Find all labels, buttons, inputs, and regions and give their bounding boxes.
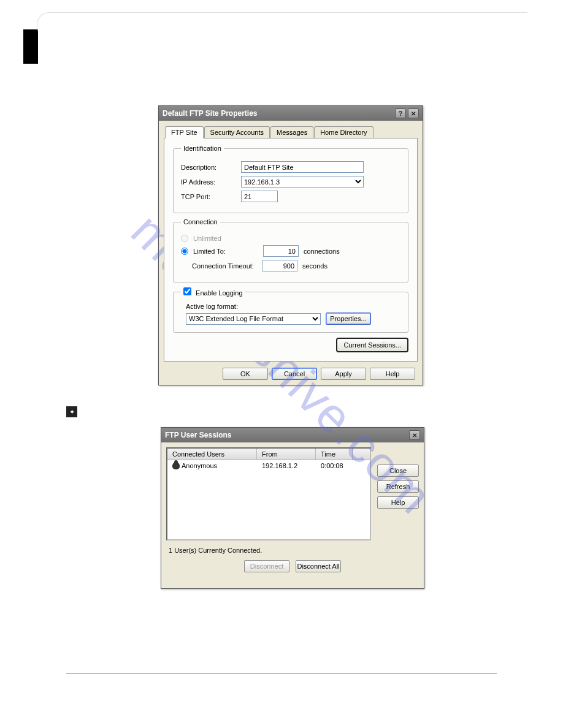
unlimited-radio — [181, 235, 188, 242]
help-button[interactable]: Help — [377, 496, 419, 509]
properties-button[interactable]: Properties... — [326, 313, 371, 325]
disconnect-all-button[interactable]: Disconnect All — [296, 560, 341, 572]
note-icon: ✦ — [66, 406, 77, 417]
tab-ftp-site[interactable]: FTP Site — [165, 126, 204, 138]
cancel-button[interactable]: Cancel — [272, 368, 317, 380]
status-text: 1 User(s) Currently Connected. — [169, 547, 419, 554]
col-from[interactable]: From — [257, 449, 316, 460]
cell-time: 0:00:08 — [316, 461, 353, 470]
timeout-label: Connection Timeout: — [192, 262, 257, 270]
timeout-input[interactable] — [262, 260, 297, 271]
list-header: Connected Users From Time — [167, 449, 370, 460]
tab-messages[interactable]: Messages — [270, 126, 313, 138]
unlimited-label: Unlimited — [193, 235, 221, 242]
timeout-unit: seconds — [302, 262, 327, 270]
page-footer-rule — [66, 673, 497, 674]
close-button[interactable]: Close — [377, 464, 419, 477]
ip-label: IP Address: — [181, 178, 236, 186]
list-row[interactable]: Anonymous 192.168.1.2 0:00:08 — [167, 460, 370, 471]
connection-legend: Connection — [181, 218, 220, 226]
close-icon[interactable]: ✕ — [409, 430, 420, 440]
page-marker — [23, 29, 38, 64]
limited-label: Limited To: — [193, 248, 258, 255]
description-label: Description: — [181, 164, 236, 171]
log-format-select[interactable]: W3C Extended Log File Format — [186, 313, 321, 325]
port-label: TCP Port: — [181, 193, 236, 200]
apply-button[interactable]: Apply — [321, 368, 366, 380]
cell-user: Anonymous — [182, 462, 217, 469]
col-users[interactable]: Connected Users — [167, 449, 257, 460]
limited-radio[interactable] — [181, 248, 188, 255]
page-border — [37, 12, 527, 31]
help-button[interactable]: Help — [370, 368, 415, 380]
titlebar[interactable]: FTP User Sessions ✕ — [161, 428, 424, 442]
titlebar[interactable]: Default FTP Site Properties ? ✕ — [159, 106, 423, 121]
dialog-title: Default FTP Site Properties — [163, 109, 257, 118]
limited-input[interactable] — [263, 245, 299, 257]
ftp-user-sessions-dialog: FTP User Sessions ✕ Connected Users From… — [161, 427, 424, 589]
port-input[interactable] — [241, 191, 278, 202]
enable-logging-label: Enable Logging — [196, 289, 242, 297]
help-icon[interactable]: ? — [395, 108, 406, 118]
logging-group: Enable Logging Active log format: W3C Ex… — [173, 287, 408, 333]
identification-group: Identification Description: IP Address: … — [173, 145, 408, 213]
limited-unit: connections — [304, 248, 340, 255]
close-icon[interactable]: ✕ — [408, 108, 419, 118]
tab-home-directory[interactable]: Home Directory — [314, 126, 373, 138]
sessions-list[interactable]: Connected Users From Time Anonymous 192.… — [166, 447, 371, 540]
ok-button[interactable]: OK — [223, 368, 268, 380]
enable-logging-checkbox[interactable] — [183, 287, 191, 295]
ip-select[interactable]: 192.168.1.3 — [241, 176, 364, 188]
user-icon — [172, 462, 180, 469]
col-time[interactable]: Time — [316, 449, 353, 460]
current-sessions-button[interactable]: Current Sessions... — [336, 338, 408, 352]
tab-security-accounts[interactable]: Security Accounts — [204, 126, 270, 138]
dialog-title: FTP User Sessions — [165, 431, 232, 439]
active-format-label: Active log format: — [186, 303, 400, 310]
cell-from: 192.168.1.2 — [257, 461, 316, 470]
identification-legend: Identification — [181, 145, 224, 152]
connection-group: Connection Unlimited Limited To: connect… — [173, 218, 408, 282]
refresh-button[interactable]: Refresh — [377, 480, 419, 493]
description-input[interactable] — [241, 161, 364, 173]
ftp-properties-dialog: Default FTP Site Properties ? ✕ FTP Site… — [158, 105, 423, 385]
disconnect-button: Disconnect — [244, 560, 289, 572]
